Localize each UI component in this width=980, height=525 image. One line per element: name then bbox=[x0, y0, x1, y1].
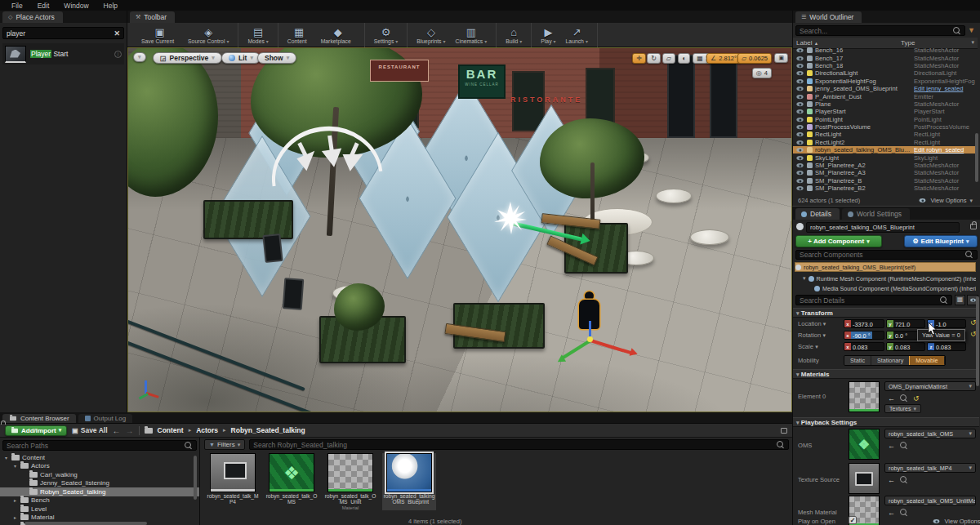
folder-tree-item[interactable]: Jenny_Seated_listening bbox=[0, 479, 199, 488]
breadcrumb-actors[interactable]: Actors bbox=[196, 426, 218, 434]
tree-scrollbar[interactable] bbox=[194, 456, 197, 500]
outliner-row[interactable]: Bench_17 StaticMeshActor bbox=[793, 54, 978, 61]
asset-tile[interactable]: robyn_seated_talk_OMS_Unlit Material bbox=[323, 453, 377, 510]
modes-button[interactable]: ▤ Modes▾ bbox=[243, 23, 273, 47]
outliner-row[interactable]: Bench_18 StaticMeshActor bbox=[793, 62, 978, 69]
scale-z-field[interactable]: z0.083 bbox=[927, 342, 966, 351]
folder-tree-item[interactable]: ▸ Bench bbox=[0, 496, 199, 505]
outliner-row[interactable]: SkyLight SkyLight bbox=[793, 153, 978, 161]
rotate-mode-button[interactable]: ↻ bbox=[647, 53, 661, 64]
play-button[interactable]: ▶ Play▾ bbox=[536, 23, 560, 47]
lock-icon[interactable] bbox=[970, 224, 977, 229]
outliner-row[interactable]: RectLight RectLight bbox=[793, 131, 978, 138]
mesh-material-select[interactable]: robyn_seated_talk_OMS_UnlitMateri▾ bbox=[884, 496, 976, 505]
visibility-eye-icon[interactable] bbox=[796, 118, 803, 122]
visibility-eye-icon[interactable] bbox=[796, 109, 803, 113]
mobility-static[interactable]: Static bbox=[844, 356, 871, 365]
search-assets[interactable] bbox=[249, 439, 789, 450]
expand-icon[interactable]: ▾ bbox=[803, 275, 806, 282]
asset-tile[interactable]: robyn_seated_talking_OMS_Blueprint bbox=[382, 453, 436, 510]
tab-content-browser[interactable]: Content Browser bbox=[2, 414, 76, 423]
tab-place-actors[interactable]: ◇ Place Actors bbox=[2, 11, 63, 23]
mobility-movable[interactable]: Movable bbox=[910, 356, 944, 365]
forward-button[interactable]: → bbox=[126, 426, 134, 435]
menu-item-edit[interactable]: Edit bbox=[30, 2, 57, 10]
browse-icon[interactable] bbox=[900, 442, 908, 450]
menu-item-window[interactable]: Window bbox=[56, 2, 96, 10]
use-selected-icon[interactable]: ← bbox=[888, 394, 895, 403]
actor-name-field[interactable]: robyn_seated_talking_OMS_Blueprint bbox=[806, 222, 960, 233]
filters-button[interactable]: ▼ Filters ▾ bbox=[204, 439, 245, 450]
visibility-eye-icon[interactable] bbox=[796, 94, 803, 98]
camera-mode-button[interactable]: ◲ Perspective ▾ bbox=[153, 52, 222, 64]
browse-icon[interactable] bbox=[900, 509, 908, 517]
lock-icon[interactable] bbox=[781, 428, 787, 434]
expand-icon[interactable]: ▸ bbox=[12, 497, 18, 503]
launch-button[interactable]: ↗ Launch▾ bbox=[561, 23, 593, 47]
texture-source-thumbnail[interactable] bbox=[849, 463, 880, 494]
visibility-eye-icon[interactable] bbox=[796, 48, 803, 52]
outliner-scrollbar[interactable] bbox=[975, 133, 978, 182]
expand-icon[interactable]: ▾ bbox=[12, 463, 18, 469]
maximize-viewport-button[interactable]: ▣ bbox=[774, 53, 788, 63]
outliner-row[interactable]: SM_Planetree_A3 StaticMeshActor bbox=[793, 169, 978, 176]
viewport-options-button[interactable]: ▾ bbox=[133, 52, 146, 62]
search-paths-input[interactable] bbox=[7, 442, 181, 450]
mobility-stationary[interactable]: Stationary bbox=[871, 356, 910, 365]
outliner-row[interactable]: jenny_seated_OMS_Blueprint Edit jenny_se… bbox=[793, 85, 978, 92]
rotation-label[interactable]: Rotation ▾ bbox=[798, 331, 826, 339]
add-import-button[interactable]: Add/Import ▾ bbox=[5, 425, 67, 436]
expand-icon[interactable]: ▸ bbox=[12, 514, 18, 520]
search-details[interactable] bbox=[795, 295, 952, 305]
outliner-row[interactable]: robyn_seated_talking_OMS_Blueprint Edit … bbox=[793, 146, 978, 153]
outliner-row[interactable]: ExponentialHeightFog ExponentialHeightFo… bbox=[793, 78, 978, 85]
browse-icon[interactable] bbox=[900, 476, 908, 484]
visibility-eye-icon[interactable] bbox=[796, 71, 803, 75]
outliner-row[interactable]: RectLight2 RectLight bbox=[793, 139, 978, 146]
menu-item-file[interactable]: File bbox=[4, 2, 30, 10]
mobility-toggle[interactable]: Static Stationary Movable bbox=[844, 355, 946, 366]
outliner-row[interactable]: PointLight PointLight bbox=[793, 116, 978, 123]
place-actors-search[interactable]: ✕ bbox=[2, 27, 124, 39]
translate-mode-button[interactable]: ✛ bbox=[632, 53, 646, 64]
outliner-row[interactable]: PostProcessVolume PostProcessVolume bbox=[793, 123, 978, 131]
texture-source-select[interactable]: robyn_seated_talk_MP4▾ bbox=[884, 463, 976, 473]
outliner-view-options[interactable]: View Options▾ bbox=[918, 197, 973, 204]
material-select[interactable]: OMS_DynamicMatInst▾ bbox=[884, 381, 976, 391]
visibility-eye-icon[interactable] bbox=[796, 148, 803, 152]
camera-speed-control[interactable]: ◎4 bbox=[752, 68, 772, 78]
view-mode-button[interactable]: Lit ▾ bbox=[221, 52, 261, 64]
location-x-field[interactable]: x-3373.0 bbox=[844, 319, 884, 328]
place-actors-search-input[interactable] bbox=[7, 29, 110, 38]
folder-tree-item[interactable]: Carl_walking bbox=[0, 470, 199, 479]
visibility-eye-icon[interactable] bbox=[796, 79, 803, 83]
scale-x-field[interactable]: x0.083 bbox=[844, 342, 884, 351]
folder-tree-item[interactable]: Level bbox=[0, 505, 199, 514]
visibility-eye-icon[interactable] bbox=[796, 56, 803, 60]
search-components-input[interactable] bbox=[800, 251, 962, 259]
use-selected-icon[interactable]: ← bbox=[888, 509, 895, 517]
marketplace-button[interactable]: ◆ Marketplace▾ bbox=[316, 23, 360, 47]
visibility-eye-icon[interactable] bbox=[796, 156, 803, 160]
visibility-eye-icon[interactable] bbox=[796, 186, 803, 190]
add-component-button[interactable]: + Add Component ▾ bbox=[795, 235, 882, 247]
location-label[interactable]: Location ▾ bbox=[798, 320, 826, 327]
component-row-self[interactable]: robyn_seated_talking_OMS_Blueprint(self) bbox=[795, 262, 976, 272]
search-details-input[interactable] bbox=[800, 296, 937, 305]
outliner-row[interactable]: Plane StaticMeshActor bbox=[793, 100, 978, 108]
type-filter-icon[interactable]: ▾ bbox=[971, 39, 974, 47]
asset-tile[interactable]: robyn_seated_talk_OMS bbox=[265, 453, 318, 510]
scale-mode-button[interactable]: ▱ bbox=[662, 53, 675, 64]
clear-search-icon[interactable]: ✕ bbox=[114, 29, 120, 38]
outliner-search-input[interactable] bbox=[800, 27, 950, 35]
filter-icon[interactable]: ▼ bbox=[968, 26, 975, 34]
tab-output-log[interactable]: Output Log bbox=[78, 414, 133, 423]
expand-icon[interactable]: ▾ bbox=[3, 455, 9, 460]
material-thumbnail[interactable] bbox=[849, 381, 880, 412]
outliner-search[interactable] bbox=[795, 25, 965, 36]
breadcrumb-content[interactable]: Content bbox=[158, 426, 184, 434]
search-assets-input[interactable] bbox=[253, 441, 773, 449]
visibility-eye-icon[interactable] bbox=[796, 171, 803, 175]
materials-section-header[interactable]: ▾ Materials bbox=[793, 369, 979, 379]
breadcrumb-folder[interactable]: Robyn_Seated_talking bbox=[231, 426, 305, 434]
